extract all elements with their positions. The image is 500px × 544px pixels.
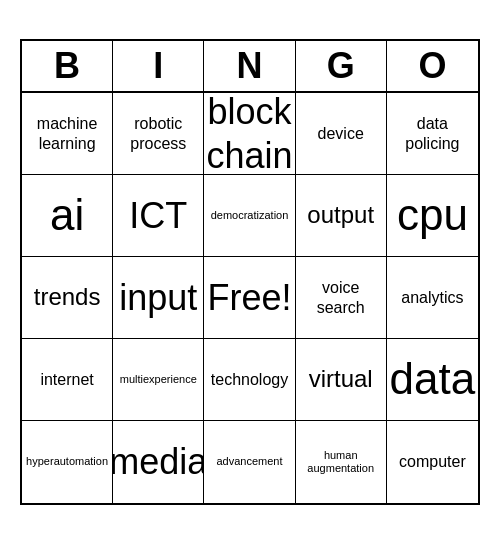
bingo-cell[interactable]: input <box>113 257 204 339</box>
bingo-cell[interactable]: media <box>113 421 204 503</box>
cell-text: internet <box>40 370 93 389</box>
cell-text: analytics <box>401 288 463 307</box>
cell-text: multiexperience <box>120 373 197 386</box>
header-letter: I <box>113 41 204 91</box>
cell-text: data <box>390 353 476 406</box>
bingo-cell[interactable]: data <box>387 339 478 421</box>
cell-text: human augmentation <box>300 449 382 475</box>
header-letter: N <box>204 41 295 91</box>
cell-text: data policing <box>391 114 474 152</box>
cell-text: robotic process <box>117 114 199 152</box>
bingo-cell[interactable]: advancement <box>204 421 295 503</box>
bingo-cell[interactable]: trends <box>22 257 113 339</box>
bingo-cell[interactable]: robotic process <box>113 93 204 175</box>
cell-text: ai <box>50 189 84 242</box>
cell-text: democratization <box>211 209 289 222</box>
bingo-cell[interactable]: ai <box>22 175 113 257</box>
bingo-cell[interactable]: voice search <box>296 257 387 339</box>
bingo-cell[interactable]: multiexperience <box>113 339 204 421</box>
cell-text: computer <box>399 452 466 471</box>
bingo-cell[interactable]: virtual <box>296 339 387 421</box>
cell-text: virtual <box>309 365 373 394</box>
cell-text: media <box>113 440 204 483</box>
cell-text: input <box>119 276 197 319</box>
bingo-cell[interactable]: hyperautomation <box>22 421 113 503</box>
bingo-cell[interactable]: cpu <box>387 175 478 257</box>
header-letter: O <box>387 41 478 91</box>
bingo-cell[interactable]: block chain <box>204 93 295 175</box>
cell-text: cpu <box>397 189 468 242</box>
bingo-cell[interactable]: output <box>296 175 387 257</box>
bingo-card: BINGO machine learningrobotic processblo… <box>20 39 480 505</box>
cell-text: voice search <box>300 278 382 316</box>
cell-text: advancement <box>216 455 282 468</box>
cell-text: ICT <box>129 194 187 237</box>
cell-text: output <box>307 201 374 230</box>
bingo-cell[interactable]: technology <box>204 339 295 421</box>
bingo-cell[interactable]: human augmentation <box>296 421 387 503</box>
bingo-cell[interactable]: ICT <box>113 175 204 257</box>
cell-text: block chain <box>206 93 292 175</box>
bingo-grid: machine learningrobotic processblock cha… <box>22 93 478 503</box>
bingo-cell[interactable]: device <box>296 93 387 175</box>
bingo-cell[interactable]: analytics <box>387 257 478 339</box>
cell-text: Free! <box>207 276 291 319</box>
bingo-cell[interactable]: computer <box>387 421 478 503</box>
cell-text: trends <box>34 283 101 312</box>
bingo-cell[interactable]: democratization <box>204 175 295 257</box>
bingo-cell[interactable]: data policing <box>387 93 478 175</box>
cell-text: technology <box>211 370 288 389</box>
header-letter: B <box>22 41 113 91</box>
bingo-cell[interactable]: machine learning <box>22 93 113 175</box>
cell-text: device <box>318 124 364 143</box>
header-letter: G <box>296 41 387 91</box>
bingo-cell[interactable]: internet <box>22 339 113 421</box>
cell-text: hyperautomation <box>26 455 108 468</box>
bingo-cell[interactable]: Free! <box>204 257 295 339</box>
bingo-header: BINGO <box>22 41 478 93</box>
cell-text: machine learning <box>26 114 108 152</box>
